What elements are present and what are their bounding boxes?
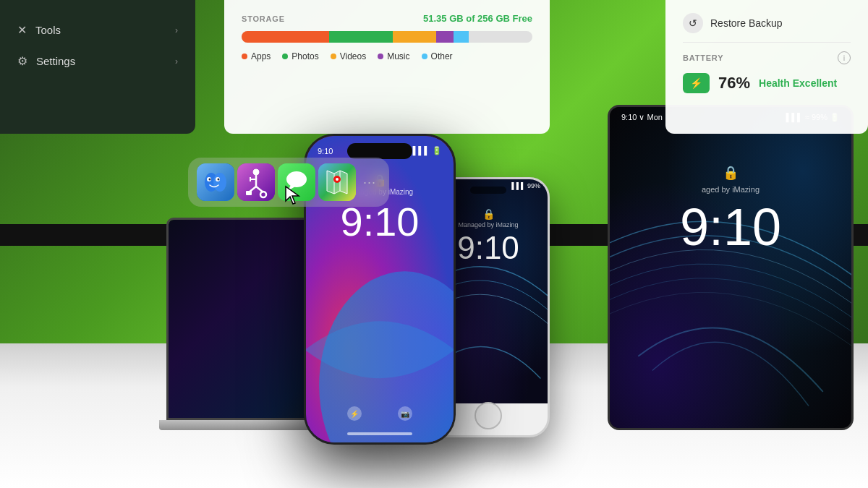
legend-dot-music — [378, 53, 383, 59]
battery-info-button[interactable]: i — [838, 51, 851, 64]
dock-icon-finder[interactable] — [197, 163, 234, 201]
svg-point-17 — [286, 171, 307, 187]
storage-segment-apps — [242, 31, 329, 43]
battery-charging-icon: ⚡ — [683, 73, 710, 93]
legend-dot-apps — [242, 53, 247, 59]
storage-bar — [242, 31, 532, 43]
legend-label-other: Other — [431, 51, 453, 61]
settings-label: Settings — [36, 55, 75, 67]
ipad-decorative-lines — [610, 107, 851, 428]
storage-label: STORAGE — [242, 14, 285, 23]
legend-apps: Apps — [242, 51, 271, 61]
sidebar-item-settings[interactable]: ⚙ Settings › — [0, 46, 195, 77]
legend-photos: Photos — [282, 51, 318, 61]
legend-dot-other — [422, 53, 427, 59]
battery-panel: ↺ Restore Backup BATTERY i ⚡ 76% Health … — [665, 0, 868, 134]
svg-point-5 — [209, 179, 211, 181]
sidebar-item-tools[interactable]: ✕ Tools › — [0, 14, 195, 46]
storage-legend: Apps Photos Videos Music Other — [242, 51, 532, 61]
bolt-icon: ⚡ — [690, 77, 702, 89]
iphone-old-lock-icon: 🔒 — [482, 208, 495, 220]
ipad: 9:10 ∨ Mon ▌▌▌ ≈ 99% 🔋 🔒 aged by iMazing… — [608, 105, 854, 430]
iphone-status-left: 9:10 — [318, 147, 333, 155]
battery-label: BATTERY — [683, 53, 723, 62]
svg-rect-12 — [246, 191, 252, 195]
battery-health: Health Excellent — [759, 77, 837, 89]
legend-label-apps: Apps — [251, 51, 271, 61]
settings-chevron-icon: › — [175, 56, 178, 67]
iphone-status-right: ▌▌▌ 🔋 — [413, 146, 442, 155]
dock-bar: ··· — [188, 158, 389, 207]
iphone-camera-icon: 📷 — [398, 406, 412, 421]
settings-icon: ⚙ — [17, 54, 27, 68]
storage-segment-other — [454, 31, 468, 43]
iphone-old-status-right: ▌▌▌ 99% — [511, 182, 540, 189]
ipad-lock-icon: 🔒 — [723, 165, 739, 181]
dock-icon-messages[interactable] — [278, 163, 315, 201]
legend-label-music: Music — [387, 51, 409, 61]
restore-icon: ↺ — [683, 13, 703, 33]
svg-point-23 — [336, 178, 339, 181]
tools-icon: ✕ — [17, 23, 27, 37]
iphone-flashlight-icon: ⚡ — [347, 406, 362, 421]
legend-other: Other — [422, 51, 453, 61]
ipad-managed-text: aged by iMazing — [702, 185, 760, 194]
battery-status: ⚡ 76% Health Excellent — [683, 73, 851, 93]
divider — [683, 42, 851, 43]
storage-segment-music — [436, 31, 454, 43]
ipad-status-left: 9:10 ∨ Mon — [621, 113, 663, 122]
iphone-bottom-controls: ⚡ 📷 — [347, 406, 412, 421]
svg-point-2 — [213, 173, 226, 192]
tools-chevron-icon: › — [175, 25, 178, 35]
legend-dot-photos — [282, 53, 288, 59]
svg-point-6 — [218, 179, 220, 181]
dock-more-indicator: ··· — [359, 163, 380, 201]
restore-label: Restore Backup — [710, 17, 783, 29]
ipad-screen: 9:10 ∨ Mon ▌▌▌ ≈ 99% 🔋 🔒 aged by iMazing… — [610, 107, 851, 428]
legend-music: Music — [378, 51, 409, 61]
iphone-old-home-button[interactable] — [475, 402, 502, 429]
dock-icon-maps[interactable] — [318, 163, 356, 201]
legend-label-videos: Videos — [340, 51, 366, 61]
svg-point-8 — [253, 169, 259, 175]
battery-percent: 76% — [718, 74, 750, 93]
tools-label: Tools — [35, 24, 61, 36]
legend-label-photos: Photos — [292, 51, 318, 61]
storage-panel: STORAGE 51.35 GB of 256 GB Free Apps Pho… — [224, 0, 550, 134]
storage-free-text: 51.35 GB of 256 GB Free — [423, 13, 532, 24]
legend-videos: Videos — [331, 51, 366, 61]
iphone-old-time: 9:10 — [457, 230, 519, 266]
storage-segment-videos — [393, 31, 436, 43]
storage-segment-photos — [329, 31, 393, 43]
sidebar-panel: ✕ Tools › ⚙ Settings › — [0, 0, 195, 134]
restore-backup-button[interactable]: ↺ Restore Backup — [683, 13, 851, 33]
legend-dot-videos — [331, 53, 336, 59]
ipad-time: 9:10 — [680, 197, 781, 257]
iphone-old-managed-text: Managed by iMazing — [458, 221, 518, 228]
dock-icon-imazing[interactable] — [237, 163, 275, 201]
iphone-statusbar: 9:10 ▌▌▌ 🔋 — [318, 146, 442, 155]
iphone-home-indicator — [347, 432, 412, 435]
